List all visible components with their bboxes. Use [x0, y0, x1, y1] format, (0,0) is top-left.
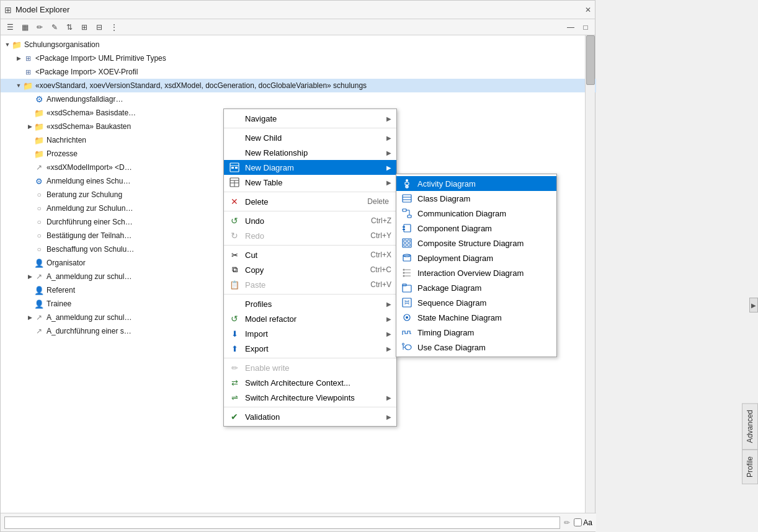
label-pkg3: «xoevStandard, xoevVersionStandard, xsdX…	[35, 81, 367, 90]
submenu-item-interaction[interactable]: Interaction Overview Diagram	[396, 265, 556, 280]
separator-5	[224, 294, 396, 295]
tab-profile[interactable]: Profile	[742, 450, 758, 484]
menu-item-cut[interactable]: ✂ Cut Ctrl+X	[224, 247, 396, 262]
label-beratung: Beratung zur Schulung	[47, 190, 122, 199]
toolbar-expand-icon[interactable]: ⊞	[78, 20, 91, 34]
icon-pkg2: ⊞	[23, 67, 33, 77]
menu-item-paste[interactable]: 📋 Paste Ctrl+V	[224, 277, 396, 292]
switch-view-icon: ⇌	[229, 392, 240, 403]
aa-checkbox[interactable]	[574, 518, 582, 526]
aa-label: Aa	[583, 518, 592, 527]
navigate-label: Navigate	[245, 114, 381, 123]
activity-diagram-label: Activity Diagram	[417, 179, 476, 188]
arrow-pkg3: ▼	[14, 81, 23, 90]
menu-item-new-diagram[interactable]: New Diagram ▶	[224, 160, 396, 175]
icon-pkg3: 📁	[23, 81, 33, 91]
submenu-item-usecase[interactable]: Use Case Diagram	[396, 340, 556, 355]
search-input[interactable]	[4, 516, 560, 529]
submenu-item-package[interactable]: Package Diagram	[396, 280, 556, 295]
tree-item-pkg3[interactable]: ▼ 📁 «xoevStandard, xoevVersionStandard, …	[1, 79, 596, 92]
usecase-diagram-label: Use Case Diagram	[417, 343, 486, 352]
toolbar-minimize-icon[interactable]: —	[564, 20, 577, 34]
new-relationship-label: New Relationship	[245, 148, 381, 157]
tab-advanced[interactable]: Advanced	[742, 403, 758, 450]
copy-shortcut: Ctrl+C	[370, 265, 391, 274]
deployment-diagram-label: Deployment Diagram	[417, 254, 493, 263]
toolbar-list-icon[interactable]: ☰	[3, 20, 17, 34]
delete-shortcut: Delete	[367, 197, 389, 206]
separator-2	[224, 192, 396, 192]
submenu-item-activity[interactable]: Activity Diagram	[396, 176, 556, 191]
submenu-item-component[interactable]: Component Diagram	[396, 221, 556, 236]
close-button[interactable]: ✕	[585, 6, 591, 14]
menu-item-enable-write[interactable]: ✏ Enable write	[224, 360, 396, 375]
label-baukasten: «xsdSchema» Baukasten	[47, 122, 131, 131]
interaction-diagram-label: Interaction Overview Diagram	[417, 268, 524, 278]
navigate-arrow: ▶	[386, 115, 391, 122]
icon-a-durchfuhr: ↗	[34, 326, 44, 336]
submenu-item-deployment[interactable]: Deployment Diagram	[396, 250, 556, 265]
model-refactor-icon: ↺	[229, 313, 240, 324]
arrow-beratung	[25, 190, 34, 199]
submenu-item-composite[interactable]: Composite Structure Diagram	[396, 236, 556, 250]
menu-item-navigate[interactable]: Navigate ▶	[224, 111, 396, 126]
svg-point-49	[403, 344, 404, 345]
arrow-nachrichten	[25, 136, 34, 144]
menu-item-delete[interactable]: ✕ Delete Delete	[224, 194, 396, 209]
menu-item-switch-arch[interactable]: ⇄ Switch Architecture Context...	[224, 375, 396, 390]
scrollbar-thumb[interactable]	[586, 35, 595, 85]
separator-1	[224, 128, 396, 128]
menu-item-undo[interactable]: ↺ Undo Ctrl+Z	[224, 213, 396, 228]
submenu-item-timing[interactable]: Timing Diagram	[396, 325, 556, 340]
menu-item-new-child[interactable]: New Child ▶	[224, 130, 396, 145]
new-table-arrow: ▶	[386, 179, 391, 186]
tree-item-pkg2[interactable]: ⊞ <Package Import> XOEV-Profil	[1, 65, 596, 79]
menu-item-redo[interactable]: ↻ Redo Ctrl+Y	[224, 228, 396, 243]
new-diagram-label: New Diagram	[245, 163, 381, 172]
menu-item-copy[interactable]: ⧉ Copy Ctrl+C	[224, 262, 396, 277]
sequence-diagram-label: Sequence Diagram	[417, 298, 486, 308]
tree-item-root[interactable]: ▼ 📁 Schulungsorganisation	[1, 38, 596, 51]
svg-rect-17	[403, 209, 406, 211]
submenu-item-sequence[interactable]: Sequence Diagram	[396, 295, 556, 310]
submenu-item-class[interactable]: Class Diagram	[396, 191, 556, 206]
svg-rect-25	[404, 240, 406, 242]
undo-shortcut: Ctrl+Z	[371, 216, 391, 225]
menu-item-new-table[interactable]: New Table ▶	[224, 175, 396, 190]
right-edge-handle[interactable]: ▶	[749, 298, 758, 313]
tree-item-anw[interactable]: ⚙ Anwendungsfalldiagr…	[1, 92, 596, 106]
toolbar-edit2-icon[interactable]: ✎	[48, 20, 61, 34]
menu-item-model-refactor[interactable]: ↺ Model refactor ▶	[224, 311, 396, 326]
svg-point-32	[403, 272, 405, 274]
toolbar-collapse-icon[interactable]: ⊟	[92, 20, 106, 34]
delete-label: Delete	[245, 197, 362, 206]
menu-item-import[interactable]: ⬇ Import ▶	[224, 326, 396, 341]
menu-item-profiles[interactable]: Profiles ▶	[224, 296, 396, 311]
toolbar-edit-icon[interactable]: ✏	[33, 20, 47, 34]
submenu-item-communication[interactable]: Communication Diagram	[396, 206, 556, 221]
label-prozesse: Prozesse	[47, 149, 78, 158]
toolbar-grid-icon[interactable]: ▦	[18, 20, 32, 34]
switch-arch-label: Switch Architecture Context...	[245, 378, 391, 388]
toolbar-more-icon[interactable]: ⋮	[107, 20, 121, 34]
export-label: Export	[245, 344, 381, 353]
menu-item-switch-view[interactable]: ⇌ Switch Architecture Viewpoints ▶	[224, 390, 396, 405]
toolbar-maximize-icon[interactable]: □	[579, 20, 592, 34]
menu-item-export[interactable]: ⬆ Export ▶	[224, 341, 396, 356]
arrow-basisdate	[25, 109, 34, 117]
profiles-arrow: ▶	[386, 301, 391, 308]
label-referent: Referent	[47, 286, 75, 295]
icon-beratung: ○	[34, 190, 44, 200]
menu-item-new-relationship[interactable]: New Relationship ▶	[224, 145, 396, 160]
svg-point-33	[403, 275, 405, 277]
svg-point-8	[406, 179, 408, 182]
toolbar-sort-icon[interactable]: ⇅	[63, 20, 76, 34]
svg-rect-9	[405, 182, 409, 185]
menu-item-validation[interactable]: ✔ Validation ▶	[224, 409, 396, 424]
tree-item-pkg1[interactable]: ▶ ⊞ <Package Import> UML Primitive Types	[1, 51, 596, 65]
submenu-item-state[interactable]: State Machine Diagram	[396, 310, 556, 325]
switch-view-label: Switch Architecture Viewpoints	[245, 393, 381, 402]
vertical-scrollbar[interactable]	[585, 35, 595, 513]
switch-arch-icon: ⇄	[229, 377, 240, 388]
icon-a-anmeldung1: ↗	[34, 272, 44, 282]
